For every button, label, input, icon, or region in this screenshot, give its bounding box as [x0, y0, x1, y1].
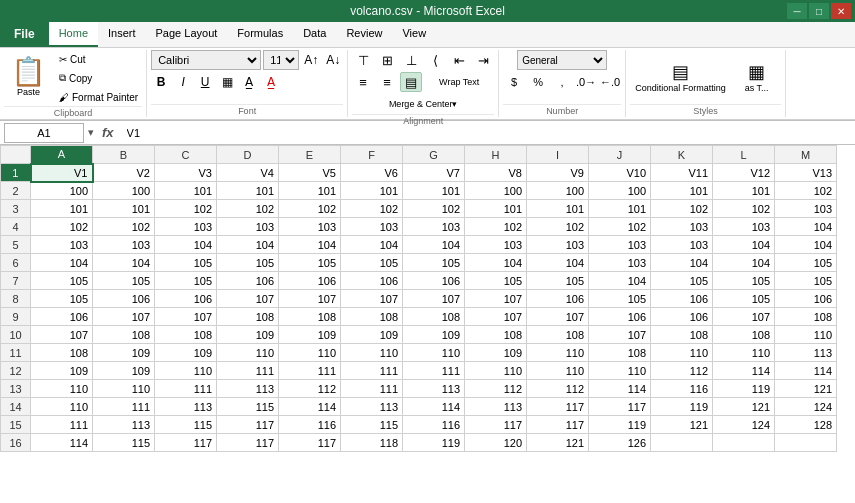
cell-C13[interactable]: 111: [155, 380, 217, 398]
cell-J11[interactable]: 108: [589, 344, 651, 362]
cell-H4[interactable]: 102: [465, 218, 527, 236]
cell-E4[interactable]: 103: [279, 218, 341, 236]
row-header-4[interactable]: 4: [1, 218, 31, 236]
cell-D7[interactable]: 106: [217, 272, 279, 290]
close-button[interactable]: ✕: [831, 3, 851, 19]
cell-D8[interactable]: 107: [217, 290, 279, 308]
cell-D15[interactable]: 117: [217, 416, 279, 434]
cell-J10[interactable]: 107: [589, 326, 651, 344]
cell-M8[interactable]: 106: [775, 290, 837, 308]
cell-J9[interactable]: 106: [589, 308, 651, 326]
cell-G6[interactable]: 105: [403, 254, 465, 272]
underline-button[interactable]: U: [195, 72, 215, 92]
cell-F5[interactable]: 104: [341, 236, 403, 254]
wrap-text-button[interactable]: Wrap Text: [424, 72, 494, 92]
cell-E5[interactable]: 104: [279, 236, 341, 254]
cell-G3[interactable]: 102: [403, 200, 465, 218]
tab-data[interactable]: Data: [293, 21, 336, 47]
cell-G11[interactable]: 110: [403, 344, 465, 362]
col-header-L[interactable]: L: [713, 146, 775, 164]
col-header-H[interactable]: H: [465, 146, 527, 164]
col-header-E[interactable]: E: [279, 146, 341, 164]
cell-I4[interactable]: 102: [527, 218, 589, 236]
cell-L1[interactable]: V12: [713, 164, 775, 182]
cell-E7[interactable]: 106: [279, 272, 341, 290]
cell-C3[interactable]: 102: [155, 200, 217, 218]
row-header-10[interactable]: 10: [1, 326, 31, 344]
cell-F2[interactable]: 101: [341, 182, 403, 200]
cell-E13[interactable]: 112: [279, 380, 341, 398]
cell-C1[interactable]: V3: [155, 164, 217, 182]
cell-M3[interactable]: 103: [775, 200, 837, 218]
cell-A2[interactable]: 100: [31, 182, 93, 200]
cell-G10[interactable]: 109: [403, 326, 465, 344]
cell-M16[interactable]: [775, 434, 837, 452]
cell-I10[interactable]: 108: [527, 326, 589, 344]
cell-A16[interactable]: 114: [31, 434, 93, 452]
cell-M12[interactable]: 114: [775, 362, 837, 380]
row-header-5[interactable]: 5: [1, 236, 31, 254]
cell-C6[interactable]: 105: [155, 254, 217, 272]
indent-decrease-button[interactable]: ⇤: [448, 50, 470, 70]
cell-D1[interactable]: V4: [217, 164, 279, 182]
row-header-14[interactable]: 14: [1, 398, 31, 416]
maximize-button[interactable]: □: [809, 3, 829, 19]
cell-D9[interactable]: 108: [217, 308, 279, 326]
cell-C10[interactable]: 108: [155, 326, 217, 344]
cell-D14[interactable]: 115: [217, 398, 279, 416]
cell-A15[interactable]: 111: [31, 416, 93, 434]
cell-A9[interactable]: 106: [31, 308, 93, 326]
cell-H1[interactable]: V8: [465, 164, 527, 182]
cell-L8[interactable]: 105: [713, 290, 775, 308]
row-header-7[interactable]: 7: [1, 272, 31, 290]
cell-M4[interactable]: 104: [775, 218, 837, 236]
cell-M15[interactable]: 128: [775, 416, 837, 434]
cell-B12[interactable]: 109: [93, 362, 155, 380]
font-face-select[interactable]: Calibri: [151, 50, 261, 70]
decrease-decimal-button[interactable]: ←.0: [599, 72, 621, 92]
cell-H11[interactable]: 109: [465, 344, 527, 362]
tab-review[interactable]: Review: [336, 21, 392, 47]
cell-C11[interactable]: 109: [155, 344, 217, 362]
cell-K16[interactable]: [651, 434, 713, 452]
cell-C2[interactable]: 101: [155, 182, 217, 200]
cell-M5[interactable]: 104: [775, 236, 837, 254]
cell-L12[interactable]: 114: [713, 362, 775, 380]
cell-A8[interactable]: 105: [31, 290, 93, 308]
cell-G12[interactable]: 111: [403, 362, 465, 380]
row-header-12[interactable]: 12: [1, 362, 31, 380]
tab-view[interactable]: View: [392, 21, 436, 47]
cell-I13[interactable]: 112: [527, 380, 589, 398]
font-color-button[interactable]: A̲: [261, 72, 281, 92]
cell-F11[interactable]: 110: [341, 344, 403, 362]
cell-G5[interactable]: 104: [403, 236, 465, 254]
cell-D12[interactable]: 111: [217, 362, 279, 380]
cell-L13[interactable]: 119: [713, 380, 775, 398]
cell-L11[interactable]: 110: [713, 344, 775, 362]
cell-B4[interactable]: 102: [93, 218, 155, 236]
cell-E3[interactable]: 102: [279, 200, 341, 218]
number-format-select[interactable]: General: [517, 50, 607, 70]
cell-D3[interactable]: 102: [217, 200, 279, 218]
cell-C15[interactable]: 115: [155, 416, 217, 434]
cell-H10[interactable]: 108: [465, 326, 527, 344]
cell-K12[interactable]: 112: [651, 362, 713, 380]
cell-L7[interactable]: 105: [713, 272, 775, 290]
cell-K9[interactable]: 106: [651, 308, 713, 326]
cell-I5[interactable]: 103: [527, 236, 589, 254]
cell-L6[interactable]: 104: [713, 254, 775, 272]
cell-C14[interactable]: 113: [155, 398, 217, 416]
cell-K1[interactable]: V11: [651, 164, 713, 182]
cell-L2[interactable]: 101: [713, 182, 775, 200]
cell-B13[interactable]: 110: [93, 380, 155, 398]
cell-G9[interactable]: 108: [403, 308, 465, 326]
cell-K13[interactable]: 116: [651, 380, 713, 398]
col-header-C[interactable]: C: [155, 146, 217, 164]
cell-D13[interactable]: 113: [217, 380, 279, 398]
cell-F7[interactable]: 106: [341, 272, 403, 290]
cell-B3[interactable]: 101: [93, 200, 155, 218]
cell-G1[interactable]: V7: [403, 164, 465, 182]
cell-I9[interactable]: 107: [527, 308, 589, 326]
cell-M10[interactable]: 110: [775, 326, 837, 344]
cell-B16[interactable]: 115: [93, 434, 155, 452]
